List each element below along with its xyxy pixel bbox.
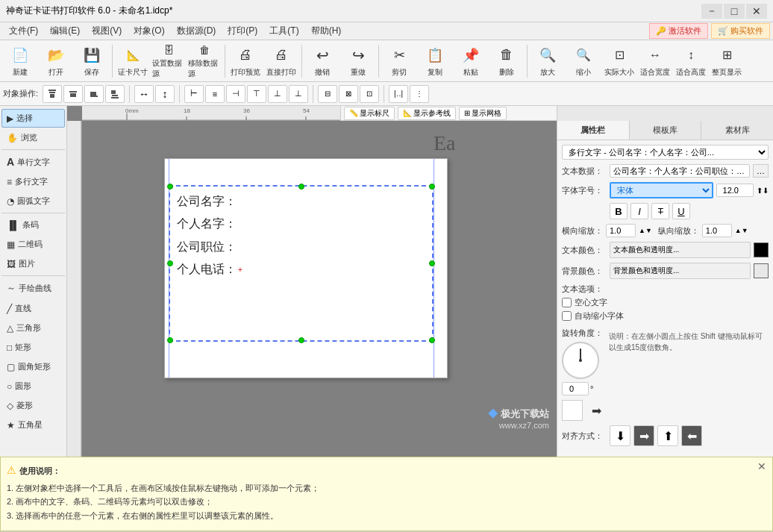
handle-tc[interactable] xyxy=(298,184,304,190)
menu-help[interactable]: 帮助(H) xyxy=(305,23,348,39)
menu-view[interactable]: 视图(V) xyxy=(86,23,128,39)
tool-star[interactable]: ★ 五角星 xyxy=(1,416,65,434)
show-guide-button[interactable]: 📐 显示参考线 xyxy=(398,107,456,120)
auto-shrink-checkbox[interactable] xyxy=(562,311,572,321)
minimize-button[interactable]: － xyxy=(701,4,722,19)
align-middle-button[interactable]: ⊥ xyxy=(268,85,287,103)
copy-button[interactable]: 📋 复制 xyxy=(418,43,452,80)
new-button[interactable]: 📄 新建 xyxy=(3,43,37,80)
canvas-drawing[interactable]: 公司名字： 个人名字： 公司职位： 个人电话：+ Ea ◆ 极光下载站 www.… xyxy=(82,121,557,457)
menu-print[interactable]: 打印(P) xyxy=(222,23,263,39)
card-element[interactable]: 公司名字： 个人名字： 公司职位： 个人电话：+ xyxy=(164,158,448,378)
tab-templates[interactable]: 模板库 xyxy=(630,121,702,140)
set-datasource-button[interactable]: 🗄 设置数据源 xyxy=(151,43,186,80)
bg-color-button[interactable]: 背景颜色和透明度... xyxy=(610,263,751,279)
flip-h-button[interactable]: ↔ xyxy=(134,85,154,103)
align-right-btn[interactable]: ➡ xyxy=(633,425,654,446)
strikethrough-button[interactable]: T̶ xyxy=(651,203,669,219)
text-data-more-button[interactable]: … xyxy=(753,164,769,178)
save-button[interactable]: 💾 保存 xyxy=(75,43,109,80)
full-page-button[interactable]: ⊞ 整页显示 xyxy=(710,43,744,80)
element-type-select[interactable]: 多行文字 - 公司名字：个人名字：公司... xyxy=(562,145,769,160)
dial-container[interactable] xyxy=(562,342,599,379)
layer-down-button[interactable] xyxy=(84,85,104,103)
scale-v-spinner[interactable]: ▲▼ xyxy=(735,227,748,234)
handle-bc[interactable] xyxy=(298,337,304,343)
menu-object[interactable]: 对象(O) xyxy=(128,23,170,39)
handle-tr[interactable] xyxy=(429,184,435,190)
tool-rect[interactable]: □ 矩形 xyxy=(1,338,65,357)
tool-text-single[interactable]: A 单行文字 xyxy=(1,152,65,172)
underline-button[interactable]: U xyxy=(672,203,690,219)
align-down-btn[interactable]: ⬇ xyxy=(610,425,630,446)
text-color-swatch[interactable] xyxy=(754,242,769,257)
align-bottom-button[interactable]: ⊥ xyxy=(289,85,308,103)
tool-image[interactable]: 🖼 图片 xyxy=(1,254,65,273)
tool-qrcode[interactable]: ▦ 二维码 xyxy=(1,235,65,254)
scale-h-input[interactable] xyxy=(606,224,636,237)
tool-barcode[interactable]: ▐▌ 条码 xyxy=(1,216,65,234)
layer-up-button[interactable] xyxy=(63,85,83,103)
flip-v-button[interactable]: ↕ xyxy=(155,85,175,103)
font-size-spinner[interactable]: ⬆⬇ xyxy=(757,187,769,195)
direct-print-button[interactable]: 🖨 直接打印 xyxy=(264,43,298,80)
tool-line[interactable]: ╱ 直线 xyxy=(1,299,65,318)
tool-pan[interactable]: ✋ 浏览 xyxy=(1,128,65,147)
handle-br[interactable] xyxy=(429,337,435,343)
menu-file[interactable]: 文件(F) xyxy=(3,23,44,39)
tool-select[interactable]: ▶ 选择 xyxy=(1,109,65,128)
scale-v-input[interactable] xyxy=(702,224,732,237)
align-right-button[interactable]: ⊣ xyxy=(226,85,245,103)
menu-datasource[interactable]: 数据源(D) xyxy=(171,23,222,39)
show-grid-button[interactable]: ⊞ 显示网格 xyxy=(459,107,507,120)
tab-properties[interactable]: 属性栏 xyxy=(557,121,630,140)
tool-text-multi[interactable]: ≡ 多行文字 xyxy=(1,172,65,191)
delete-button[interactable]: 🗑 删除 xyxy=(489,43,524,80)
zoom-out-button[interactable]: 🔍 缩小 xyxy=(566,43,601,80)
rotation-input[interactable] xyxy=(562,382,589,395)
layer-bottom-button[interactable] xyxy=(105,85,125,103)
canvas-area[interactable]: 0mm 18 36 54 72 xyxy=(67,106,557,457)
zoom-in-button[interactable]: 🔍 放大 xyxy=(531,43,565,80)
maximize-button[interactable]: □ xyxy=(724,4,745,19)
italic-button[interactable]: I xyxy=(630,203,648,219)
menu-edit[interactable]: 编辑(E) xyxy=(44,23,86,39)
menu-tools[interactable]: 工具(T) xyxy=(263,23,304,39)
paste-button[interactable]: 📌 粘贴 xyxy=(454,43,488,80)
tool-text-arc[interactable]: ◔ 圆弧文字 xyxy=(1,192,65,210)
cut-button[interactable]: ✂ 剪切 xyxy=(382,43,416,80)
handle-mr[interactable] xyxy=(429,260,435,266)
fit-width-button[interactable]: ↔ 适合宽度 xyxy=(638,43,672,80)
align-up-btn[interactable]: ⬆ xyxy=(657,425,678,446)
remove-datasource-button[interactable]: 🗑 移除数据源 xyxy=(187,43,222,80)
show-ruler-button[interactable]: 📏 显示标尺 xyxy=(344,107,395,120)
align-left-button[interactable]: ⊢ xyxy=(184,85,204,103)
text-data-input[interactable] xyxy=(610,164,750,178)
space-v-button[interactable]: ⋮ xyxy=(410,85,429,103)
space-h-button[interactable]: |‥| xyxy=(389,85,408,103)
print-preview-button[interactable]: 🖨 打印预览 xyxy=(228,43,263,80)
handle-ml[interactable] xyxy=(167,260,173,266)
tool-round-rect[interactable]: ▢ 圆角矩形 xyxy=(1,357,65,376)
hollow-text-checkbox[interactable] xyxy=(562,298,572,307)
handle-bl[interactable] xyxy=(167,337,173,343)
tool-triangle[interactable]: △ 三角形 xyxy=(1,319,65,337)
close-button[interactable]: ✕ xyxy=(746,4,767,19)
actual-size-button[interactable]: ⊡ 实际大小 xyxy=(602,43,636,80)
bg-color-swatch[interactable] xyxy=(754,263,769,278)
same-height-button[interactable]: ⊠ xyxy=(339,85,358,103)
font-select[interactable]: 宋体 xyxy=(610,182,713,198)
handle-tl[interactable] xyxy=(167,184,173,190)
align-center-button[interactable]: ≡ xyxy=(205,85,225,103)
tool-diamond[interactable]: ◇ 菱形 xyxy=(1,396,65,415)
scale-h-spinner[interactable]: ▲▼ xyxy=(639,227,652,234)
tab-materials[interactable]: 素材库 xyxy=(701,121,773,140)
bold-button[interactable]: B xyxy=(610,203,628,219)
align-left-btn[interactable]: ⬅ xyxy=(681,425,702,446)
instruction-close-button[interactable]: ✕ xyxy=(757,460,766,472)
card-size-button[interactable]: 📐 证卡尺寸 xyxy=(116,43,150,80)
layer-top-button[interactable] xyxy=(43,85,62,103)
tool-curve[interactable]: ～ 手绘曲线 xyxy=(1,278,65,298)
redo-button[interactable]: ↪ 重做 xyxy=(341,43,375,80)
same-width-button[interactable]: ⊟ xyxy=(318,85,337,103)
